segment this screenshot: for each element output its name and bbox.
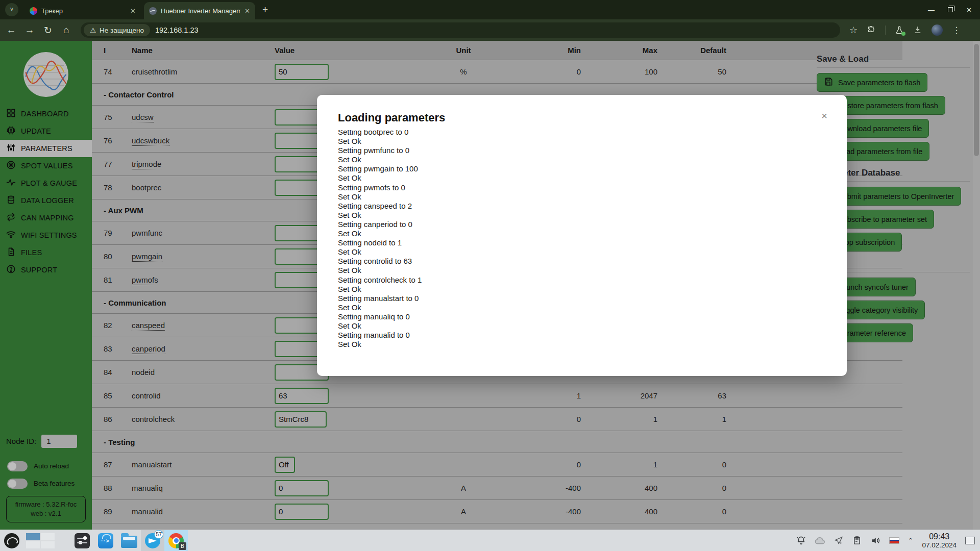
dialog-close-icon[interactable]: × — [821, 110, 827, 122]
security-chip[interactable]: ⚠ Не защищено — [84, 24, 150, 36]
chromium-task-button[interactable]: B — [164, 530, 188, 551]
category-label: - Contactor Control — [104, 90, 174, 99]
param-default: 0 — [657, 484, 726, 492]
param-value-input[interactable]: 63 — [275, 388, 329, 404]
discover-software-button[interactable] — [94, 530, 117, 551]
param-name[interactable]: canspeed — [132, 321, 165, 331]
beta-features-toggle[interactable] — [7, 479, 28, 489]
save-parameters-to-flash-button[interactable]: Save parameters to flash — [817, 73, 927, 92]
param-id: 86 — [104, 415, 132, 423]
sidebar-item-files[interactable]: FILES — [0, 244, 92, 261]
category-row[interactable]: - Testing — [92, 431, 902, 453]
window-restore-button[interactable] — [948, 7, 953, 12]
tab-close-icon[interactable]: ✕ — [244, 7, 250, 15]
sidebar-item-support[interactable]: SUPPORT — [0, 261, 92, 279]
sidebar-item-label: DATA LOGGER — [21, 196, 74, 205]
telegram-task-button[interactable]: 57 — [141, 530, 164, 551]
param-name[interactable]: pwmfunc — [132, 229, 162, 238]
auto-reload-toggle[interactable] — [7, 461, 28, 471]
param-name[interactable]: tripmode — [132, 160, 161, 169]
browser-menu-icon[interactable]: ⋮ — [952, 25, 961, 36]
param-id: 80 — [104, 252, 132, 261]
system-settings-button[interactable] — [70, 530, 94, 551]
system-tray: ⌃ 09:43 07.02.2024 — [796, 532, 980, 549]
sidebar-item-dashboard[interactable]: DASHBOARD — [0, 105, 92, 122]
sidebar-item-can-mapping[interactable]: CAN MAPPING — [0, 209, 92, 227]
can-mapping-icon — [6, 212, 16, 223]
data-logger-icon — [6, 195, 16, 206]
log-line: Set Ok — [338, 321, 847, 331]
param-unit: % — [412, 67, 514, 76]
cloud-sync-icon[interactable] — [815, 537, 825, 545]
browser-tab-tracker[interactable]: Трекер ✕ — [24, 2, 141, 19]
log-line: Set Ok — [338, 211, 847, 220]
parameter-row-manualstart: 87manualstartOff010 — [92, 453, 902, 477]
section-divider — [817, 67, 970, 68]
param-name: nodeid — [132, 368, 155, 377]
sidebar-item-plot-gauge[interactable]: PLOT & GAUGE — [0, 174, 92, 192]
sidebar-item-spot-values[interactable]: SPOT VALUES — [0, 157, 92, 174]
application-launcher-button[interactable] — [0, 530, 23, 551]
param-max: 400 — [581, 484, 657, 492]
param-id: 83 — [104, 344, 132, 353]
param-min: 0 — [514, 67, 581, 76]
auto-reload-label: Auto reload — [34, 462, 69, 470]
kde-connect-icon[interactable] — [834, 536, 844, 545]
browser-tab-strip: ˅ Трекер ✕ Huebner Inverter Manageme ✕ +… — [0, 0, 980, 19]
sidebar-item-wifi-settings[interactable]: WIFI SETTINGS — [0, 227, 92, 244]
param-name[interactable]: udcswbuck — [132, 136, 169, 146]
extensions-puzzle-icon[interactable] — [867, 26, 876, 35]
page-scrollbar[interactable] — [973, 41, 980, 530]
browser-tab-inverter[interactable]: Huebner Inverter Manageme ✕ — [144, 2, 255, 19]
param-min: -400 — [514, 484, 581, 492]
back-icon[interactable]: ← — [2, 24, 20, 36]
param-id: 79 — [104, 229, 132, 237]
button-label: Subscribe to parameter set — [838, 215, 927, 223]
url-bar[interactable]: ⚠ Не защищено 192.168.1.23 — [81, 22, 840, 38]
param-name[interactable]: pwmofs — [132, 276, 158, 285]
dashboard-icon — [6, 108, 16, 119]
param-name[interactable]: pwmgain — [132, 252, 162, 262]
param-default: 0 — [657, 507, 726, 516]
node-id-input[interactable] — [41, 435, 77, 448]
experiment-flask-icon[interactable] — [895, 26, 904, 35]
parameter-row-cruisethrotlim: 74cruisethrotlim50%010050 — [92, 60, 902, 84]
param-value-input[interactable]: Off — [275, 457, 295, 473]
clock-date: 07.02.2024 — [922, 541, 957, 549]
bookmark-star-icon[interactable]: ☆ — [849, 24, 857, 36]
url-text: 192.168.1.23 — [155, 26, 199, 34]
sidebar-item-update[interactable]: UPDATE — [0, 122, 92, 140]
forward-icon[interactable]: → — [20, 24, 39, 36]
home-icon[interactable]: ⌂ — [57, 24, 76, 36]
profile-avatar[interactable] — [932, 24, 943, 36]
param-value-input[interactable]: 0 — [275, 480, 329, 496]
parameter-row-manualiq: 88manualiq0A-4004000 — [92, 477, 902, 500]
new-tab-button[interactable]: + — [262, 4, 268, 15]
param-value-input[interactable]: 50 — [275, 64, 329, 80]
log-line: Setting manualid to 0 — [338, 331, 847, 340]
clock[interactable]: 09:43 07.02.2024 — [922, 532, 957, 549]
tray-expand-icon[interactable]: ⌃ — [908, 537, 914, 544]
clipboard-icon[interactable] — [852, 536, 862, 545]
param-value-input[interactable]: StmCrc8 — [275, 411, 327, 428]
window-minimize-button[interactable]: — — [928, 6, 935, 14]
virtual-desktop-pager[interactable] — [23, 530, 57, 551]
notifications-bell-icon[interactable] — [796, 536, 806, 545]
param-name[interactable]: canperiod — [132, 344, 165, 354]
tab-search-chevron-icon[interactable]: ˅ — [5, 3, 18, 16]
spot-values-icon — [6, 160, 16, 171]
sidebar-item-parameters[interactable]: PARAMETERS — [0, 140, 92, 157]
downloads-icon[interactable] — [913, 26, 922, 35]
sidebar-item-data-logger[interactable]: DATA LOGGER — [0, 192, 92, 209]
window-close-button[interactable]: ✕ — [966, 6, 972, 14]
beta-features-label: Beta features — [34, 480, 75, 487]
param-value-input[interactable]: 0 — [275, 504, 329, 520]
tab-close-icon[interactable]: ✕ — [130, 7, 136, 15]
log-line: Setting controlcheck to 1 — [338, 276, 847, 285]
reload-icon[interactable]: ↻ — [39, 24, 57, 36]
param-name[interactable]: udcsw — [132, 113, 154, 122]
file-manager-button[interactable] — [117, 530, 141, 551]
keyboard-layout-flag[interactable] — [889, 537, 899, 544]
show-desktop-button[interactable] — [965, 537, 975, 544]
volume-icon[interactable] — [870, 536, 880, 545]
